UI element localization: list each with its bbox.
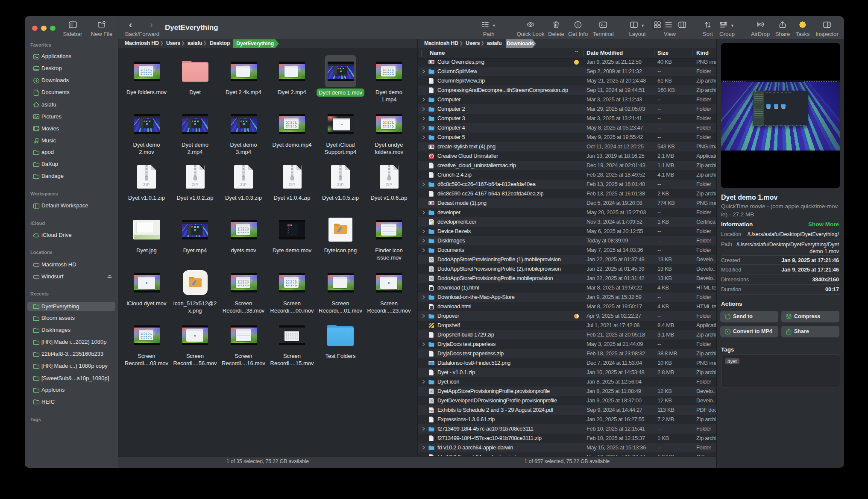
svg-text:PDF: PDF	[429, 410, 433, 412]
